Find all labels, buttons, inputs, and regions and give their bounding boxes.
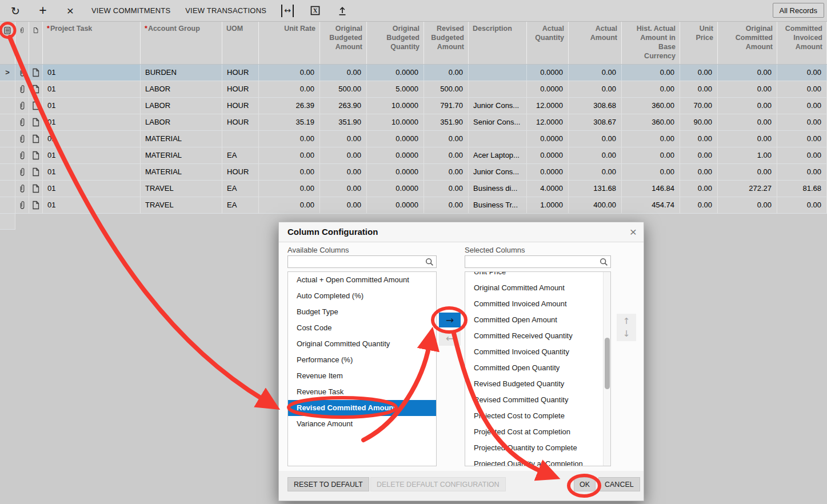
grid-cell[interactable]: 0.00 xyxy=(259,65,320,81)
grid-cell[interactable]: 0.00 xyxy=(569,131,622,147)
grid-cell[interactable]: 0.00 xyxy=(622,65,680,81)
grid-cell[interactable]: 0.00 xyxy=(424,197,469,213)
add-row-icon[interactable]: + xyxy=(37,5,49,17)
grid-cell[interactable]: Acer Laptop... xyxy=(469,147,527,163)
row-selector-cell[interactable] xyxy=(0,114,15,130)
paperclip-icon[interactable] xyxy=(19,85,26,94)
grid-cell[interactable]: 0.00 xyxy=(680,131,718,147)
all-records-button[interactable]: All Records xyxy=(773,3,824,18)
grid-cell[interactable]: 0.00 xyxy=(680,81,718,97)
column-header[interactable]: Original Committed Amount xyxy=(718,22,777,64)
notes-cell[interactable] xyxy=(29,147,43,163)
grid-cell[interactable]: 308.67 xyxy=(569,114,622,130)
document-icon[interactable] xyxy=(32,151,39,160)
grid-cell[interactable]: 0.00 xyxy=(320,147,367,163)
selected-column-item[interactable]: Unit Price xyxy=(465,271,610,280)
grid-cell[interactable]: 0.0000 xyxy=(527,164,569,180)
paperclip-icon[interactable] xyxy=(19,184,26,193)
attachments-cell[interactable] xyxy=(15,147,29,163)
paperclip-icon[interactable] xyxy=(19,134,26,143)
grid-cell[interactable]: 10.0000 xyxy=(367,98,424,114)
document-icon[interactable] xyxy=(32,167,39,177)
grid-cell[interactable]: 70.00 xyxy=(680,98,718,114)
grid-settings-header-cell[interactable] xyxy=(0,22,15,64)
available-column-item[interactable]: Budget Type xyxy=(288,304,436,320)
grid-cell[interactable]: 0.00 xyxy=(259,131,320,147)
selected-column-item[interactable]: Committed Open Quantity xyxy=(465,360,610,376)
grid-cell[interactable] xyxy=(469,131,527,147)
grid-cell[interactable]: 0.00 xyxy=(424,147,469,163)
row-selector-cell[interactable] xyxy=(0,147,15,163)
grid-cell[interactable]: 0.0000 xyxy=(367,147,424,163)
grid-cell[interactable]: 0.00 xyxy=(424,131,469,147)
grid-cell[interactable]: 0.00 xyxy=(718,164,777,180)
attachments-cell[interactable] xyxy=(15,131,29,147)
attachments-cell[interactable] xyxy=(15,81,29,97)
scrollbar-thumb[interactable] xyxy=(605,338,610,389)
column-header[interactable]: Original Budgeted Amount xyxy=(320,22,367,64)
grid-cell[interactable]: 10.0000 xyxy=(367,114,424,130)
table-row[interactable]: 01TRAVELEA0.000.000.00000.00Business di.… xyxy=(0,181,827,197)
grid-cell[interactable]: 0.00 xyxy=(622,131,680,147)
column-header[interactable]: *Project Task xyxy=(43,22,141,64)
grid-cell[interactable]: 01 xyxy=(43,131,141,147)
selected-column-item[interactable]: Projected Quantity at Completion xyxy=(465,456,610,466)
selected-column-item[interactable]: Revised Committed Quantity xyxy=(465,392,610,408)
grid-cell[interactable]: HOUR xyxy=(222,65,259,81)
grid-cell[interactable]: 0.00 xyxy=(777,114,827,130)
grid-cell[interactable]: 01 xyxy=(43,164,141,180)
grid-cell[interactable]: MATERIAL xyxy=(141,147,222,163)
document-icon[interactable] xyxy=(33,26,38,35)
move-right-button[interactable]: → xyxy=(439,313,461,327)
attachments-cell[interactable] xyxy=(15,98,29,114)
view-commitments-button[interactable]: VIEW COMMITMENTS xyxy=(91,6,170,15)
grid-cell[interactable]: 90.00 xyxy=(680,114,718,130)
available-column-item[interactable]: Auto Completed (%) xyxy=(288,288,436,304)
grid-cell[interactable]: 0.0000 xyxy=(527,131,569,147)
selected-column-item[interactable]: Committed Open Amount xyxy=(465,312,610,328)
row-selector-cell[interactable]: > xyxy=(0,65,15,81)
column-header[interactable]: Description xyxy=(469,22,527,64)
grid-cell[interactable]: Business Tr... xyxy=(469,197,527,213)
grid-cell[interactable]: 0.0000 xyxy=(367,197,424,213)
grid-cell[interactable]: 0.00 xyxy=(569,147,622,163)
table-row[interactable]: 01LABORHOUR0.00500.005.0000500.000.00000… xyxy=(0,81,827,98)
available-column-item[interactable]: Variance Amount xyxy=(288,416,436,432)
grid-cell[interactable] xyxy=(222,131,259,147)
available-search-input[interactable] xyxy=(290,257,422,267)
grid-cell[interactable]: Business di... xyxy=(469,181,527,197)
column-header[interactable]: Committed Invoiced Amount xyxy=(777,22,827,64)
grid-cell[interactable]: 0.00 xyxy=(622,164,680,180)
dialog-close-icon[interactable]: × xyxy=(630,225,637,239)
grid-cell[interactable]: MATERIAL xyxy=(141,164,222,180)
grid-cell[interactable]: 5.0000 xyxy=(367,81,424,97)
available-column-item[interactable]: Revenue Item xyxy=(288,368,436,384)
grid-cell[interactable]: LABOR xyxy=(141,114,222,130)
grid-cell[interactable]: 0.00 xyxy=(259,181,320,197)
grid-cell[interactable]: 01 xyxy=(43,114,141,130)
grid-cell[interactable]: 01 xyxy=(43,197,141,213)
selected-column-item[interactable]: Projected Cost at Completion xyxy=(465,424,610,440)
selected-column-item[interactable]: Projected Cost to Complete xyxy=(465,408,610,424)
notes-cell[interactable] xyxy=(29,181,43,197)
grid-cell[interactable]: 4.0000 xyxy=(527,181,569,197)
move-down-icon[interactable]: ↓ xyxy=(623,327,630,340)
grid-cell[interactable]: 12.0000 xyxy=(527,114,569,130)
table-row[interactable]: 01MATERIAL0.000.000.00000.000.00000.000.… xyxy=(0,131,827,147)
grid-cell[interactable]: 0.00 xyxy=(777,98,827,114)
selected-column-item[interactable]: Committed Invoiced Quantity xyxy=(465,344,610,360)
grid-cell[interactable]: 35.19 xyxy=(259,114,320,130)
table-row[interactable]: 01TRAVELEA0.000.000.00000.00Business Tr.… xyxy=(0,197,827,214)
grid-cell[interactable]: 01 xyxy=(43,98,141,114)
notes-cell[interactable] xyxy=(29,98,43,114)
table-row[interactable]: 01MATERIALEA0.000.000.00000.00Acer Lapto… xyxy=(0,147,827,164)
paperclip-icon[interactable] xyxy=(19,101,26,110)
attachments-cell[interactable] xyxy=(15,181,29,197)
paperclip-icon[interactable] xyxy=(19,167,26,177)
grid-cell[interactable]: 0.0000 xyxy=(367,164,424,180)
document-icon[interactable] xyxy=(32,85,39,94)
grid-cell[interactable]: 0.00 xyxy=(777,65,827,81)
grid-cell[interactable]: TRAVEL xyxy=(141,197,222,213)
grid-cell[interactable]: 0.00 xyxy=(680,65,718,81)
scrollbar-track[interactable] xyxy=(603,272,610,466)
